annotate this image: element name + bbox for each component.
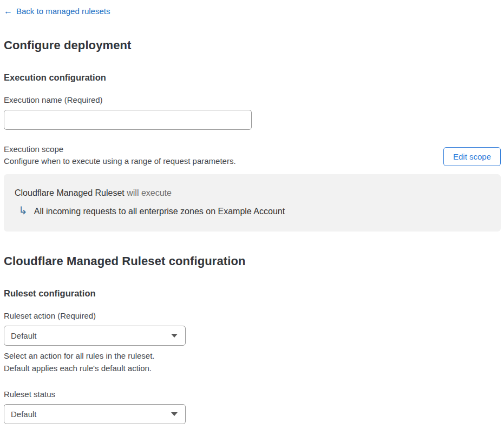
execution-scope-description: Configure when to execute using a range … xyxy=(4,155,236,167)
edit-scope-button[interactable]: Edit scope xyxy=(443,147,501,166)
scope-ruleset-name: Cloudflare Managed Ruleset xyxy=(15,188,125,197)
execution-name-input[interactable] xyxy=(4,110,252,130)
scope-summary-detail: ↳ All incoming requests to all enterpris… xyxy=(15,207,490,216)
chevron-down-icon xyxy=(171,334,178,338)
execution-scope-text: Execution scope Configure when to execut… xyxy=(4,143,236,167)
ruleset-status-selected-value: Default xyxy=(11,410,37,419)
scope-summary-panel: Cloudflare Managed Ruleset will execute … xyxy=(4,174,501,232)
execution-scope-row: Execution scope Configure when to execut… xyxy=(4,143,501,167)
ruleset-status-select[interactable]: Default xyxy=(4,404,186,424)
back-arrow-icon: ← xyxy=(4,7,12,16)
scope-will-execute-text: will execute xyxy=(125,188,172,197)
ruleset-action-selected-value: Default xyxy=(11,331,37,340)
ruleset-configuration-title: Cloudflare Managed Ruleset configuration xyxy=(4,254,501,268)
back-to-managed-rulesets-link[interactable]: ← Back to managed rulesets xyxy=(4,6,110,16)
ruleset-action-help-1: Select an action for all rules in the ru… xyxy=(4,349,501,362)
branch-arrow-icon: ↳ xyxy=(18,205,28,216)
execution-configuration-heading: Execution configuration xyxy=(4,72,501,83)
page-title: Configure deployment xyxy=(4,38,501,52)
ruleset-action-label: Ruleset action (Required) xyxy=(4,311,501,320)
ruleset-action-help-2: Default applies each rule's default acti… xyxy=(4,362,501,374)
scope-summary-headline: Cloudflare Managed Ruleset will execute xyxy=(15,188,490,199)
back-link-label: Back to managed rulesets xyxy=(16,6,110,16)
execution-name-label: Execution name (Required) xyxy=(4,95,501,104)
ruleset-action-select[interactable]: Default xyxy=(4,326,186,346)
ruleset-configuration-subheading: Ruleset configuration xyxy=(4,288,501,299)
scope-summary-text: All incoming requests to all enterprise … xyxy=(34,207,285,216)
chevron-down-icon xyxy=(171,412,178,416)
ruleset-status-label: Ruleset status xyxy=(4,390,501,399)
execution-scope-label: Execution scope xyxy=(4,143,236,155)
configure-deployment-page: ← Back to managed rulesets Configure dep… xyxy=(0,0,504,429)
